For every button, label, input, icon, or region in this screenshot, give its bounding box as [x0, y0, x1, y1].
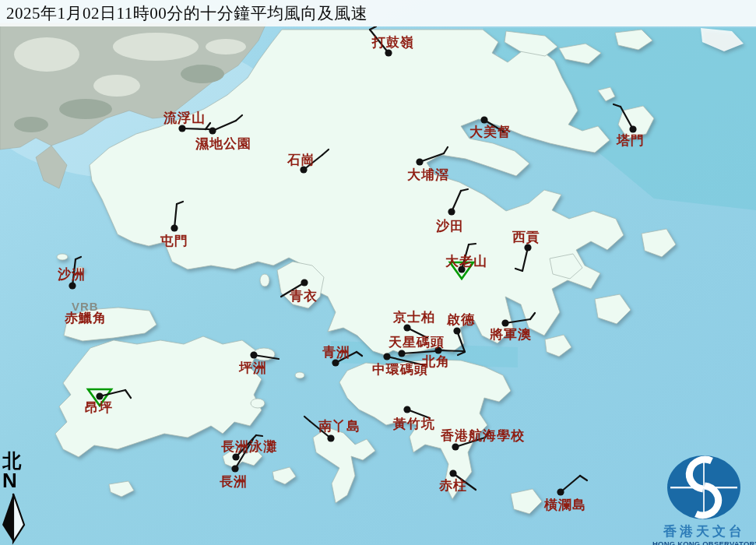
hei-ling-chau — [251, 399, 265, 408]
islet — [76, 267, 84, 272]
station-dot-lamma-island — [327, 434, 334, 441]
station-dot-tai-po-kau — [416, 158, 423, 165]
map-title: 2025年1月02日11時00分的十分鐘平均風向及風速 — [0, 2, 367, 24]
ma-wan-island — [260, 274, 269, 287]
north-arrow-icon — [0, 492, 31, 545]
station-dot-stanley — [449, 469, 456, 476]
wind-barb-cheung-chau-beach-0 — [256, 435, 262, 436]
station-dot-sai-kung — [524, 244, 531, 251]
station-dot-tates-cairn — [458, 265, 465, 272]
station-dot-wong-chuk-hang — [403, 406, 410, 413]
station-dot-sha-chau — [69, 282, 76, 289]
title-bar: 2025年1月02日11時00分的十分鐘平均風向及風速 — [0, 0, 756, 26]
station-dot-tseung-kwan-o — [501, 319, 508, 326]
islet — [57, 254, 68, 260]
station-dot-hk-sea-school — [452, 443, 459, 450]
station-dot-green-island — [332, 359, 339, 366]
station-dot-peng-chau — [250, 351, 257, 358]
hko-logo-text-en: HONG KONG OBSERVATORY — [652, 540, 756, 545]
station-dot-sha-tin — [448, 208, 455, 215]
station-dot-tsing-yi — [301, 279, 308, 286]
station-dot-waglan-island — [557, 488, 564, 495]
compass-north-hanzi: 北 — [2, 452, 21, 470]
station-dot-tuen-mun — [171, 224, 178, 231]
kau-yi-chau — [295, 372, 304, 378]
station-dot-ta-kwu-ling — [385, 49, 392, 56]
hongkong-basemap — [0, 0, 756, 545]
station-dot-shek-kong — [300, 166, 307, 173]
station-dot-wetland-park — [209, 127, 216, 134]
station-dot-cheung-chau-beach — [232, 453, 239, 460]
station-dot-cheung-chau — [231, 465, 238, 472]
compass-north-letter: N — [2, 470, 17, 490]
station-dot-kings-park — [403, 324, 410, 331]
station-dot-ngong-ping — [96, 392, 103, 399]
station-dot-north-point — [434, 346, 441, 353]
wind-map: 打鼓嶺流浮山濕地公園石崗大埔滘大美督塔門沙田屯門沙洲大老山西貢青衣VRB赤鱲角京… — [0, 0, 756, 545]
station-dot-lau-fau-shan — [178, 125, 185, 132]
hko-logo: 香港天文台 HONG KONG OBSERVATORY — [652, 453, 756, 545]
station-dot-tap-mun — [629, 125, 636, 132]
station-dot-tai-mei-tuk — [480, 116, 487, 123]
hko-logo-icon — [652, 453, 756, 520]
wind-staff-north-point — [438, 350, 463, 351]
station-dot-star-ferry-pier — [398, 350, 405, 357]
wind-barb-tates-cairn-0 — [469, 244, 476, 244]
hko-logo-text-cn: 香港天文台 — [652, 525, 756, 538]
station-dot-central-pier — [383, 353, 390, 360]
station-dot-kai-tak — [453, 327, 460, 334]
